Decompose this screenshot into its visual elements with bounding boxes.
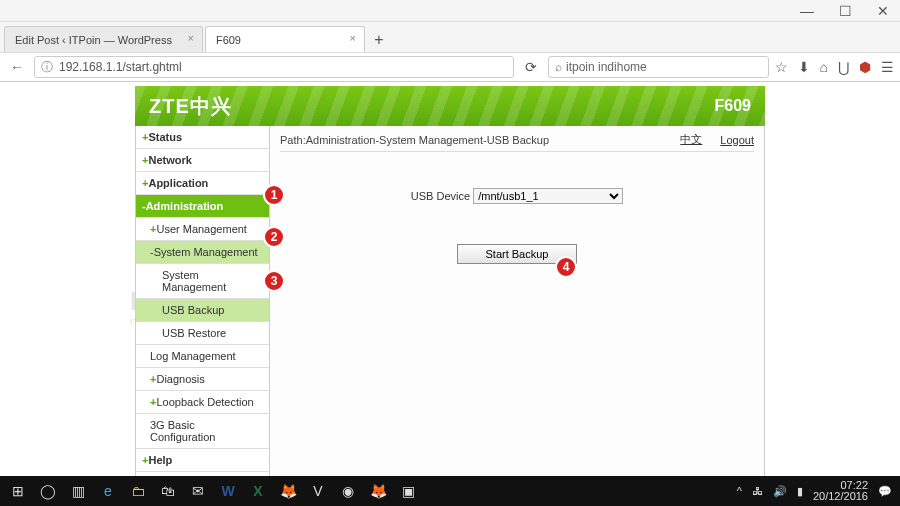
badge-3: 3 <box>263 270 285 292</box>
zte-logo: ZTE中兴 <box>149 93 232 120</box>
logout-link[interactable]: Logout <box>720 134 754 146</box>
chrome-icon[interactable]: ◉ <box>338 481 358 501</box>
sidebar-item-loopback[interactable]: +Loopback Detection <box>136 391 269 414</box>
badge-2: 2 <box>263 226 285 248</box>
url-input[interactable]: ⓘ 192.168.1.1/start.ghtml <box>34 56 514 78</box>
shield-icon[interactable]: ⬢ <box>859 59 871 75</box>
new-tab-button[interactable]: + <box>367 28 391 52</box>
back-icon[interactable]: ← <box>6 56 28 78</box>
model-label: F609 <box>715 97 751 115</box>
search-input[interactable]: ⌕ itpoin indihome <box>548 56 769 78</box>
browser-tabs: Edit Post ‹ ITPoin — WordPress × F609 × … <box>0 22 900 52</box>
cortana-icon[interactable]: ◯ <box>38 481 58 501</box>
sidebar: +Status +Network +Application -Administr… <box>136 126 270 476</box>
excel-icon[interactable]: X <box>248 481 268 501</box>
taskbar: ⊞ ◯ ▥ e 🗀 🛍 ✉ W X 🦊 V ◉ 🦊 ▣ ^ 🖧 🔊 ▮ 07:2… <box>0 476 900 506</box>
menu-icon[interactable]: ☰ <box>881 59 894 75</box>
store-icon[interactable]: 🛍 <box>158 481 178 501</box>
volume-icon[interactable]: 🔊 <box>773 485 787 498</box>
network-icon[interactable]: 🖧 <box>752 485 763 497</box>
home-icon[interactable]: ⌂ <box>820 59 828 75</box>
sidebar-item-user-management[interactable]: +User Management <box>136 218 269 241</box>
window-title-bar: — ☐ ✕ <box>0 0 900 22</box>
sidebar-item-3g[interactable]: 3G Basic Configuration <box>136 414 269 449</box>
sidebar-item-system-management[interactable]: -System Management <box>136 241 269 264</box>
search-text: itpoin indihome <box>566 60 647 74</box>
badge-1: 1 <box>263 184 285 206</box>
image-icon[interactable]: ▣ <box>398 481 418 501</box>
sidebar-item-system-management-sub[interactable]: System Management <box>136 264 269 299</box>
clock[interactable]: 07:2220/12/2016 <box>813 480 868 502</box>
refresh-icon[interactable]: ⟳ <box>520 56 542 78</box>
info-icon: ⓘ <box>41 59 53 76</box>
firefox-icon[interactable]: 🦊 <box>278 481 298 501</box>
tab-router[interactable]: F609 × <box>205 26 365 52</box>
tab-label: Edit Post ‹ ITPoin — WordPress <box>15 34 172 46</box>
download-icon[interactable]: ⬇ <box>798 59 810 75</box>
sidebar-item-usb-restore[interactable]: USB Restore <box>136 322 269 345</box>
language-link[interactable]: 中文 <box>680 132 702 147</box>
sidebar-item-help[interactable]: +Help <box>136 449 269 472</box>
sidebar-item-diagnosis[interactable]: +Diagnosis <box>136 368 269 391</box>
usb-device-label: USB Device <box>411 190 470 202</box>
breadcrumb: Path:Administration-System Management-US… <box>280 134 662 146</box>
window-minimize-icon[interactable]: — <box>796 0 818 22</box>
explorer-icon[interactable]: 🗀 <box>128 481 148 501</box>
close-icon[interactable]: × <box>349 32 355 44</box>
start-icon[interactable]: ⊞ <box>8 481 28 501</box>
word-icon[interactable]: W <box>218 481 238 501</box>
window-maximize-icon[interactable]: ☐ <box>834 0 856 22</box>
sidebar-item-status[interactable]: +Status <box>136 126 269 149</box>
sidebar-item-usb-backup[interactable]: USB Backup <box>136 299 269 322</box>
router-header: ZTE中兴 F609 <box>135 86 765 126</box>
app-icon[interactable]: V <box>308 481 328 501</box>
battery-icon[interactable]: ▮ <box>797 485 803 498</box>
pocket-icon[interactable]: ⋃ <box>838 59 849 75</box>
close-icon[interactable]: × <box>187 32 193 44</box>
sidebar-item-log-management[interactable]: Log Management <box>136 345 269 368</box>
notifications-icon[interactable]: 💬 <box>878 485 892 498</box>
badge-4: 4 <box>555 256 577 278</box>
edge-icon[interactable]: e <box>98 481 118 501</box>
taskview-icon[interactable]: ▥ <box>68 481 88 501</box>
sidebar-item-application[interactable]: +Application <box>136 172 269 195</box>
sidebar-item-administration[interactable]: -Administration <box>136 195 269 218</box>
main-panel: Path:Administration-System Management-US… <box>270 126 764 476</box>
mail-icon[interactable]: ✉ <box>188 481 208 501</box>
tab-wordpress[interactable]: Edit Post ‹ ITPoin — WordPress × <box>4 26 203 52</box>
usb-device-select[interactable]: /mnt/usb1_1 <box>473 188 623 204</box>
search-icon: ⌕ <box>555 60 562 74</box>
tab-label: F609 <box>216 34 241 46</box>
tray-up-icon[interactable]: ^ <box>737 485 742 497</box>
url-text: 192.168.1.1/start.ghtml <box>59 60 182 74</box>
star-icon[interactable]: ☆ <box>775 59 788 75</box>
address-bar-row: ← ⓘ 192.168.1.1/start.ghtml ⟳ ⌕ itpoin i… <box>0 52 900 82</box>
window-close-icon[interactable]: ✕ <box>872 0 894 22</box>
sidebar-item-network[interactable]: +Network <box>136 149 269 172</box>
firefox2-icon[interactable]: 🦊 <box>368 481 388 501</box>
